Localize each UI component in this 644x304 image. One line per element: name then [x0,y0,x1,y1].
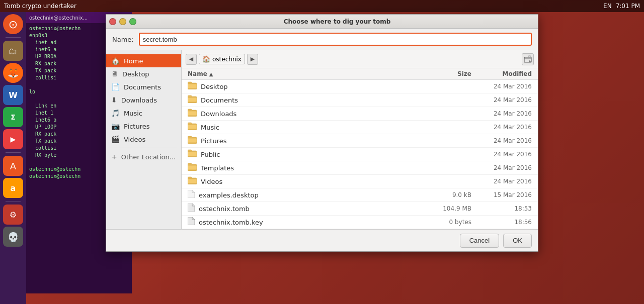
file-modified: 24 Mar 2016 [471,164,532,171]
taskbar-right: EN 7:01 PM [603,3,640,10]
location-text: ostechnix [212,56,242,63]
sidebar-item-downloads-label: Downloads [121,96,157,104]
file-name: examples.desktop [199,191,421,199]
launcher-amazon[interactable]: a [3,178,23,198]
location-bar: 🏠 ostechnix [199,54,245,64]
ok-button[interactable]: OK [503,234,532,248]
launcher-impress[interactable]: ▶ [3,129,23,149]
launcher-calc[interactable]: Σ [3,107,23,127]
terminal-title: ostechnix@ostechnix... [29,15,88,21]
col-modified-header[interactable]: Modified [471,70,532,77]
file-modified: 24 Mar 2016 [471,124,532,131]
window-maximize-button[interactable] [129,18,136,25]
file-dialog: Choose where to dig your tomb Name: 🏠 Ho… [106,14,538,252]
launcher-separator-3 [6,201,21,201]
col-name-label: Name [188,70,207,77]
svg-rect-10 [188,165,197,170]
taskbar-top: Tomb crypto undertaker EN 7:01 PM [0,0,644,12]
list-item[interactable]: ostechnix.tomb.key 0 bytes 18:56 [182,216,538,229]
col-name-header[interactable]: Name ▲ [188,70,421,77]
file-type-icon [188,176,197,186]
file-type-icon [188,81,197,91]
file-browser: ◀ 🏠 ostechnix ▶ Name ▲ [182,50,538,229]
launcher-separator-2 [6,152,21,153]
dialog-titlebar: Choose where to dig your tomb [106,15,538,29]
keyboard-layout: EN [603,3,612,10]
launcher-ubuntu[interactable]: ⊙ [3,14,23,34]
launcher-firefox[interactable]: 🦊 [3,63,23,83]
launcher-writer[interactable]: W [3,85,23,105]
file-type-icon [188,204,195,214]
sidebar-item-home[interactable]: 🏠 Home [106,54,181,67]
dialog-main: 🏠 Home 🖥 Desktop 📄 Documents ⬇ Downloads… [106,50,538,229]
file-modified: 24 Mar 2016 [471,137,532,144]
launcher-files[interactable]: 🗂 [3,41,23,61]
svg-rect-6 [188,111,197,116]
cancel-button[interactable]: Cancel [460,234,499,248]
sidebar-item-desktop[interactable]: 🖥 Desktop [106,67,181,80]
sidebar-item-documents[interactable]: 📄 Documents [106,80,181,93]
app-launcher: ⊙ 🗂 🦊 W Σ ▶ A a ⚙ 💀 [0,12,26,304]
file-name: Documents [201,96,421,104]
list-item[interactable]: examples.desktop 9.0 kB 15 Mar 2016 [182,188,538,202]
file-type-icon [188,136,197,146]
window-minimize-button[interactable] [119,18,126,25]
list-item[interactable]: Desktop 24 Mar 2016 [182,80,538,93]
desktop-icon: 🖥 [111,70,118,78]
svg-rect-11 [188,179,197,183]
col-modified-label: Modified [502,70,532,77]
sidebar-item-other-locations[interactable]: + Other Location... [106,150,181,163]
list-item[interactable]: Downloads 24 Mar 2016 [182,107,538,121]
col-size-header[interactable]: Size [421,70,471,77]
launcher-tomb[interactable]: 💀 [3,227,23,247]
sidebar-item-pictures-label: Pictures [124,123,149,130]
file-modified: 18:53 [471,205,532,212]
file-type-icon [188,109,197,119]
browser-toolbar: ◀ 🏠 ostechnix ▶ [182,50,538,68]
file-name: Pictures [201,137,421,145]
launcher-settings[interactable]: ⚙ [3,205,23,225]
sidebar-item-documents-label: Documents [124,83,161,91]
file-modified: 24 Mar 2016 [471,83,532,90]
list-item[interactable]: ostechnix.tomb 104.9 MB 18:53 [182,202,538,216]
file-type-icon [188,149,197,159]
list-item[interactable]: Videos 24 Mar 2016 [182,175,538,188]
file-name: Videos [201,178,421,185]
sidebar-item-videos[interactable]: 🎬 Videos [106,133,181,146]
svg-rect-4 [188,84,197,88]
home-location-icon: 🏠 [202,55,210,63]
file-type-icon [188,163,197,173]
list-item[interactable]: Documents 24 Mar 2016 [182,93,538,107]
list-item[interactable]: Public 24 Mar 2016 [182,148,538,161]
documents-icon: 📄 [111,83,120,91]
sidebar-item-music-label: Music [124,110,142,117]
file-name: Desktop [201,83,421,90]
sidebar-item-videos-label: Videos [124,136,145,143]
plus-icon: + [111,153,117,161]
launcher-separator-1 [6,37,21,38]
forward-button[interactable]: ▶ [247,54,258,65]
back-button[interactable]: ◀ [186,54,197,65]
app-title: Tomb crypto undertaker [4,3,76,10]
svg-rect-1 [528,56,531,57]
sidebar-item-pictures[interactable]: 📷 Pictures [106,120,181,133]
launcher-software[interactable]: A [3,156,23,176]
sidebar-other-label: Other Location... [121,153,176,161]
file-list-header: Name ▲ Size Modified [182,68,538,80]
filename-input[interactable] [139,33,532,46]
file-name: Downloads [201,110,421,118]
file-name: ostechnix.tomb [199,205,421,213]
sidebar-item-music[interactable]: 🎵 Music [106,107,181,120]
sidebar-separator [110,148,177,148]
file-type-icon [188,95,197,105]
file-type-icon [188,217,195,227]
list-item[interactable]: Music 24 Mar 2016 [182,121,538,134]
list-item[interactable]: Pictures 24 Mar 2016 [182,134,538,148]
sidebar-item-downloads[interactable]: ⬇ Downloads [106,93,181,107]
new-folder-button[interactable] [522,53,534,65]
window-close-button[interactable] [109,18,116,25]
music-icon: 🎵 [111,109,120,117]
file-modified: 15 Mar 2016 [471,191,532,198]
list-item[interactable]: Templates 24 Mar 2016 [182,161,538,175]
taskbar-left: Tomb crypto undertaker [4,3,76,10]
